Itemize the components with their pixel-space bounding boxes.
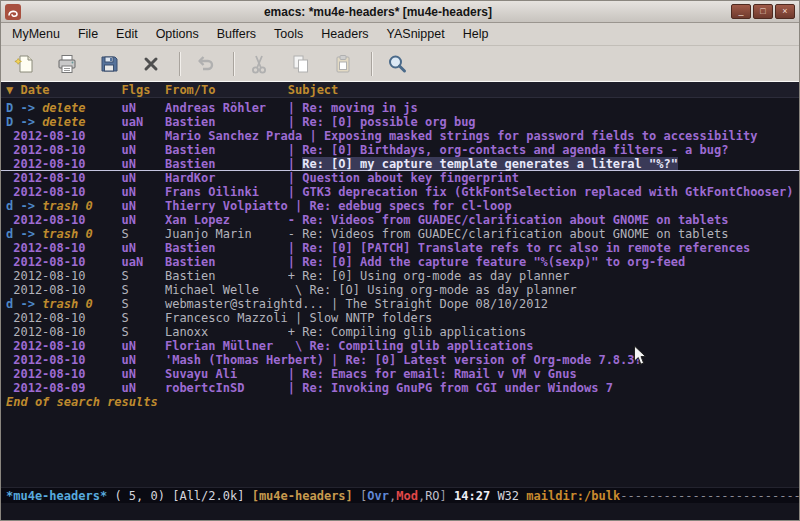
flags-cell: S: [122, 283, 165, 297]
subject-cell: | GTK3 deprecation fix (GtkFontSelection…: [288, 185, 799, 199]
message-row[interactable]: D -> deleteuaNBastien| Re: [0] possible …: [1, 115, 799, 129]
message-row[interactable]: 2012-08-10uNSuvayu Ali| Re: Emacs for em…: [1, 367, 799, 381]
window-controls: _ □ ×: [731, 4, 795, 19]
end-of-search-results: End of search results: [1, 395, 799, 409]
message-row[interactable]: 2012-08-10SFrancesco Mazzoli| Slow NNTP …: [1, 311, 799, 325]
message-row[interactable]: 2012-08-09uNrobertcInSD| Re: Invoking Gn…: [1, 381, 799, 395]
thread-prefix: |: [331, 297, 345, 311]
column-header-subject[interactable]: Subject: [288, 82, 339, 97]
menu-item-file[interactable]: File: [69, 23, 107, 45]
copy-icon: [290, 53, 312, 75]
cut-button[interactable]: [243, 50, 275, 78]
column-header-date[interactable]: ▼ Date: [6, 82, 122, 97]
subject-text: Re: [0] Add the capture feature "%(sexp)…: [302, 255, 685, 269]
menu-item-help[interactable]: Help: [454, 23, 498, 45]
message-row[interactable]: 2012-08-10SMichael Welle \ Re: [O] Using…: [1, 283, 799, 297]
thread-prefix: |: [309, 129, 323, 143]
message-row[interactable]: 2012-08-10uNBastien| Re: [0] [PATCH] Tra…: [1, 241, 799, 255]
tool-bar: [1, 46, 799, 82]
mark-cell: d -> trash 0: [6, 297, 122, 311]
column-header-from[interactable]: From/To: [165, 82, 288, 97]
date-cell: 2012-08-09: [6, 381, 122, 395]
subject-text: Re: Compiling glib applications: [302, 325, 526, 339]
copy-button[interactable]: [285, 50, 317, 78]
new-file-button[interactable]: [9, 50, 41, 78]
thread-prefix: |: [288, 381, 302, 395]
print-button[interactable]: [51, 50, 83, 78]
mark-cell: d -> trash 0: [6, 227, 122, 241]
message-row[interactable]: 2012-08-10uNFrans Oilinki| GTK3 deprecat…: [1, 185, 799, 199]
subject-cell: + Re: Compiling glib applications: [288, 325, 799, 339]
subject-text: Re: [0] Latest version of Org-mode 7.8.3…: [346, 353, 642, 367]
menu-item-tools[interactable]: Tools: [265, 23, 312, 45]
window-title: emacs: *mu4e-headers* [mu4e-headers]: [25, 5, 731, 19]
thread-prefix: +: [288, 269, 302, 283]
from-cell: Thierry Volpiatto: [165, 199, 295, 213]
date-cell: 2012-08-10: [6, 185, 122, 199]
menu-item-mymenu[interactable]: MyMenu: [3, 23, 69, 45]
mark-cell: D -> delete: [6, 101, 122, 115]
flags-cell: S: [122, 297, 165, 311]
date-cell: 2012-08-10: [6, 171, 122, 185]
from-cell: Mario Sanchez Prada: [165, 129, 310, 143]
thread-prefix: |: [288, 115, 302, 129]
maximize-button[interactable]: □: [753, 4, 773, 19]
close-icon: [140, 53, 162, 75]
subject-cell: | Re: edebug specs for cl-loop: [295, 199, 799, 213]
menu-item-headers[interactable]: Headers: [312, 23, 377, 45]
message-row[interactable]: 2012-08-10uNFlorian Müllner \ Re: Compil…: [1, 339, 799, 353]
message-row[interactable]: 2012-08-10uNBastien| Re: [0] Birthdays, …: [1, 143, 799, 157]
message-row[interactable]: 2012-08-10uNMario Sanchez Prada| Exposin…: [1, 129, 799, 143]
thread-prefix: +: [288, 325, 302, 339]
toolbar-separator: [233, 52, 235, 76]
message-row[interactable]: d -> trash 0uNThierry Volpiatto| Re: ede…: [1, 199, 799, 213]
save-button[interactable]: [93, 50, 125, 78]
message-row[interactable]: 2012-08-10uNHardKor| Question about key …: [1, 171, 799, 185]
mode-line-segment-mode: [mu4e-headers]: [252, 489, 360, 503]
message-row[interactable]: 2012-08-10uN'Mash (Thomas Herbert)| Re: …: [1, 353, 799, 367]
mode-line-segment-ro: RO: [425, 489, 439, 503]
menu-item-options[interactable]: Options: [147, 23, 208, 45]
minimize-button[interactable]: _: [731, 4, 751, 19]
mark-action-label: delete: [42, 101, 85, 115]
message-row[interactable]: 2012-08-10uaNBastien| Re: [0] Add the ca…: [1, 255, 799, 269]
subject-cell: | Re: [0] Add the capture feature "%(sex…: [288, 255, 799, 269]
message-row[interactable]: 2012-08-10uNBastien| Re: [O] my capture …: [1, 157, 799, 171]
subject-text: Re: Compiling glib applications: [309, 339, 533, 353]
flags-cell: uN: [122, 143, 165, 157]
menu-item-edit[interactable]: Edit: [107, 23, 147, 45]
mu4e-headers-buffer: ▼ Date Flgs From/To Subject D -> deleteu…: [1, 82, 799, 520]
subject-text: GTK3 deprecation fix (GtkFontSelection r…: [302, 185, 793, 199]
message-row[interactable]: d -> trash 0Swebmaster@straightd...| The…: [1, 297, 799, 311]
paste-button[interactable]: [327, 50, 359, 78]
date-cell: 2012-08-10: [6, 311, 122, 325]
flags-cell: uN: [122, 129, 165, 143]
subject-cell: - Re: Videos from GUADEC/clarification a…: [288, 213, 799, 227]
message-row[interactable]: D -> deleteuNAndreas Röhler| Re: moving …: [1, 101, 799, 115]
thread-prefix: -: [288, 227, 302, 241]
close-window-button[interactable]: ×: [775, 4, 795, 19]
menu-item-buffers[interactable]: Buffers: [208, 23, 265, 45]
message-row[interactable]: 2012-08-10SLanoxx+ Re: Compiling glib ap…: [1, 325, 799, 339]
flags-cell: uN: [122, 367, 165, 381]
message-row[interactable]: d -> trash 0SJuanjo Marin- Re: Videos fr…: [1, 227, 799, 241]
undo-button[interactable]: [189, 50, 221, 78]
menu-item-yasnippet[interactable]: YASnippet: [378, 23, 454, 45]
subject-cell: | Re: [0] [PATCH] Translate refs to rc a…: [288, 241, 799, 255]
headers-list: D -> deleteuNAndreas Röhler| Re: moving …: [1, 98, 799, 395]
message-row[interactable]: 2012-08-10SBastien+ Re: [0] Using org-mo…: [1, 269, 799, 283]
subject-cell: + Re: [0] Using org-mode as day planner: [288, 269, 799, 283]
mode-line-segment-plain: ( 5, 0): [107, 489, 172, 503]
date-cell: 2012-08-10: [6, 129, 122, 143]
subject-text: Re: [O] my capture template generates a …: [302, 157, 678, 171]
message-row[interactable]: 2012-08-10uNXan Lopez- Re: Videos from G…: [1, 213, 799, 227]
column-header-flags[interactable]: Flgs: [122, 82, 165, 97]
subject-cell: | Re: [0] possible org bug: [288, 115, 799, 129]
headers-header-line: ▼ Date Flgs From/To Subject: [1, 82, 799, 98]
subject-cell: | The Straight Dope 08/10/2012: [331, 297, 799, 311]
close-button[interactable]: [135, 50, 167, 78]
minibuffer-echo-area[interactable]: [1, 503, 799, 520]
flags-cell: uN: [122, 241, 165, 255]
search-icon: [386, 53, 408, 75]
search-button[interactable]: [381, 50, 413, 78]
